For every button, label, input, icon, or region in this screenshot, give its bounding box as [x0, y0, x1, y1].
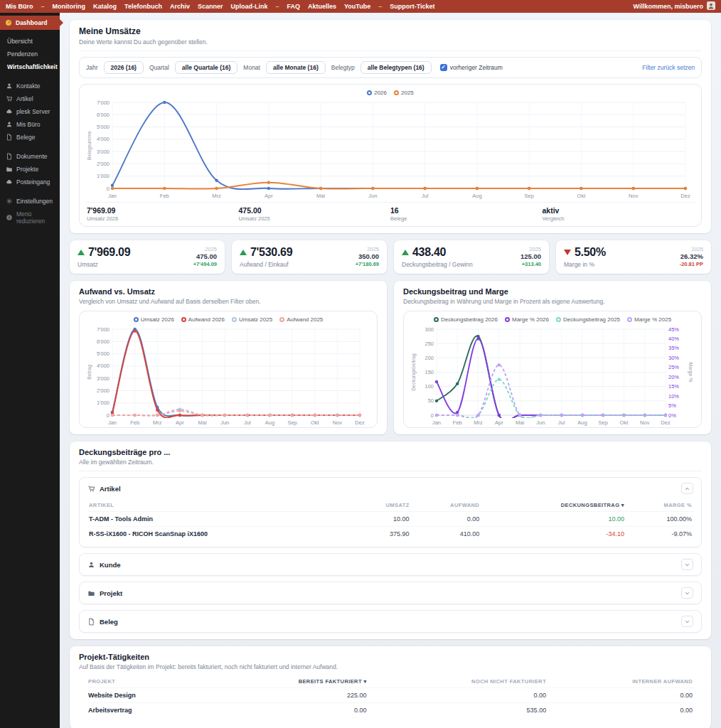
- accordion-toggle-kunde[interactable]: [681, 559, 693, 570]
- topnav-item-mis-büro[interactable]: Mis Büro: [6, 3, 33, 10]
- accordion-header-beleg[interactable]: Beleg: [80, 611, 701, 632]
- svg-text:150: 150: [424, 369, 434, 375]
- sidebar-group: DokumenteProjektePosteingang: [0, 150, 60, 188]
- topnav-item-faq[interactable]: FAQ: [287, 3, 300, 10]
- accordion-header-artikel[interactable]: Artikel: [80, 478, 701, 499]
- previous-period-checkbox[interactable]: ✓: [440, 64, 447, 71]
- previous-period-checkbox-wrap[interactable]: ✓ vorheriger Zeitraum: [440, 64, 503, 71]
- column-header-marge-%[interactable]: MARGE %: [626, 499, 693, 512]
- summary-value: 475.00: [239, 206, 391, 215]
- accordion-section-beleg: Beleg: [79, 610, 702, 633]
- legend-label: Deckungsbeitrag 2025: [563, 316, 620, 323]
- chevron-down-icon: [684, 619, 690, 625]
- topnav-item-aktuelles[interactable]: Aktuelles: [308, 3, 336, 10]
- accordion-header-projekt[interactable]: Projekt: [80, 582, 701, 604]
- column-header-projekt[interactable]: PROJEKT: [87, 675, 203, 688]
- svg-text:10%: 10%: [668, 393, 679, 400]
- legend-item-umsatz-2026[interactable]: Umsatz 2026: [134, 316, 174, 323]
- kpi-card-aufwand-einkauf[interactable]: 7'530.69Aufwand / Einkauf2025350.00+7'18…: [232, 240, 387, 274]
- legend-item-marge-%-2025[interactable]: Marge % 2025: [627, 316, 671, 323]
- accordion-toggle-artikel[interactable]: [681, 483, 693, 494]
- sidebar-item-plesk-server[interactable]: plesk Server: [0, 105, 60, 118]
- accordion-toggle-projekt[interactable]: [681, 587, 693, 599]
- previous-period-label: vorheriger Zeitraum: [450, 64, 503, 71]
- svg-text:Feb: Feb: [160, 193, 169, 199]
- legend-ring: [394, 90, 399, 95]
- sidebar-item-dokumente[interactable]: Dokumente: [0, 150, 60, 163]
- legend-ring: [279, 317, 284, 322]
- divider: [79, 50, 702, 51]
- sidebar-item-label: plesk Server: [16, 108, 50, 115]
- sidebar-item-menü-reduzieren[interactable]: Menü reduzieren: [0, 208, 60, 228]
- column-header-interner-aufwand[interactable]: INTERNER AUFWAND: [548, 675, 694, 688]
- sidebar-item-pendenzen[interactable]: Pendenzen: [0, 48, 60, 60]
- table-cell: Website Design: [87, 688, 203, 703]
- summary-value: 7'969.09: [87, 206, 239, 215]
- sidebar-item-übersicht[interactable]: Übersicht: [0, 35, 60, 48]
- db-marge-subtitle: Deckungsbeitrag in Währung und Marge in …: [403, 298, 702, 305]
- table-row: R-SS-iX1600 - RICOH ScanSnap iX1600375.9…: [87, 527, 693, 542]
- trend-up-icon: [402, 250, 409, 255]
- topnav-item-youtube[interactable]: YouTube: [344, 3, 370, 10]
- sidebar-item-kontakte[interactable]: Kontakte: [0, 80, 60, 92]
- column-header-aufwand[interactable]: AUFWAND: [411, 499, 481, 512]
- sidebar-item-artikel[interactable]: Artikel: [0, 92, 60, 105]
- chevron-up-icon: [684, 486, 690, 492]
- column-header-artikel[interactable]: ARTIKEL: [87, 499, 353, 512]
- topnav-item-upload-link[interactable]: Upload-Link: [230, 3, 267, 10]
- kpi-row: 7'969.09Umsatz2025475.00+7'494.097'530.6…: [70, 240, 711, 274]
- topnav-item-archiv[interactable]: Archiv: [170, 3, 190, 10]
- legend-label: Umsatz 2025: [239, 316, 272, 323]
- sidebar-item-belege[interactable]: Belege: [0, 131, 60, 144]
- filter-label-quartal: Quartal: [149, 64, 169, 71]
- table-cell: 0.00: [203, 703, 368, 718]
- table-cell: T-ADM - Tools Admin: [87, 512, 353, 527]
- column-header-bereits-fakturiert[interactable]: BEREITS FAKTURIERT ▾: [203, 675, 368, 688]
- kpi-card-marge-in-%[interactable]: 5.50%Marge in %202526.32%-20.81 PP: [556, 240, 711, 274]
- kpi-card-umsatz[interactable]: 7'969.09Umsatz2025475.00+7'494.09: [70, 240, 225, 274]
- sidebar-item-projekte[interactable]: Projekte: [0, 163, 60, 176]
- legend-item-2025[interactable]: 2025: [394, 90, 414, 96]
- svg-text:40%: 40%: [668, 336, 679, 342]
- legend-item-deckungsbeitrag-2025[interactable]: Deckungsbeitrag 2025: [556, 316, 620, 323]
- legend-item-aufwand-2026[interactable]: Aufwand 2026: [181, 316, 225, 323]
- filter-select-quartal[interactable]: alle Quartale (16): [175, 61, 238, 74]
- legend-item-2026[interactable]: 2026: [367, 90, 387, 96]
- kpi-card-deckungsbeitrag-gewinn[interactable]: 438.40Deckungsbeitrag / Gewinn2025125.00…: [394, 240, 549, 274]
- table-row: Arbeitsvertrag0.00535.000.00: [87, 703, 694, 718]
- legend-item-deckungsbeitrag-2026[interactable]: Deckungsbeitrag 2026: [434, 316, 498, 323]
- legend-item-umsatz-2025[interactable]: Umsatz 2025: [232, 316, 272, 323]
- sidebar-item-einstellungen[interactable]: Einstellungen: [0, 195, 60, 208]
- column-header-umsatz[interactable]: UMSATZ: [353, 499, 411, 512]
- column-header-deckungsbeitrag[interactable]: DECKUNGSBEITRAG ▾: [481, 499, 626, 512]
- sidebar-item-label: Einstellungen: [16, 198, 53, 205]
- kpi-label: Marge in %: [564, 261, 606, 268]
- user-avatar[interactable]: [707, 1, 715, 11]
- kpi-label: Umsatz: [78, 261, 130, 268]
- filter-select-jahr[interactable]: 2026 (16): [104, 61, 144, 74]
- legend-item-marge-%-2026[interactable]: Marge % 2026: [505, 316, 549, 323]
- filter-select-belegtyp[interactable]: alle Belegtypen (16): [360, 61, 432, 74]
- topnav-item-telefonbuch[interactable]: Telefonbuch: [124, 3, 162, 10]
- sidebar-item-wirtschaftlichkeit[interactable]: Wirtschaftlichkeit: [0, 60, 60, 73]
- legend-item-aufwand-2025[interactable]: Aufwand 2025: [279, 316, 323, 323]
- sidebar-item-label: Dokumente: [16, 153, 47, 160]
- filter-select-monat[interactable]: alle Monate (16): [266, 61, 326, 74]
- sidebar-item-posteingang[interactable]: Posteingang: [0, 176, 60, 188]
- topnav-item-katalog[interactable]: Katalog: [93, 3, 117, 10]
- welcome-area[interactable]: Willkommen, misbuero: [634, 1, 715, 11]
- accordion-header-kunde[interactable]: Kunde: [80, 554, 701, 575]
- legend-label: Aufwand 2025: [287, 316, 323, 323]
- column-header-noch-nicht-fakturiert[interactable]: NOCH NICHT FAKTURIERT: [368, 675, 548, 688]
- table-cell: 375.90: [353, 527, 411, 542]
- accordion-toggle-beleg[interactable]: [681, 616, 693, 627]
- sidebar-item-dashboard[interactable]: Dashboard: [0, 16, 60, 30]
- topnav-item-scanner[interactable]: Scanner: [198, 3, 223, 10]
- sidebar-item-mis-büro[interactable]: Mis Büro: [0, 118, 60, 131]
- topnav-item-support-ticket[interactable]: Support-Ticket: [390, 3, 434, 10]
- projekt-taetigkeiten-card: Projekt-Tätigkeiten Auf Basis der Tätigk…: [70, 646, 711, 728]
- topnav-item-monitoring[interactable]: Monitoring: [53, 3, 86, 10]
- svg-text:20%: 20%: [668, 374, 679, 380]
- filter-reset-link[interactable]: Filter zurück setzen: [642, 64, 695, 71]
- kpi-prev-value: 125.00: [520, 252, 541, 261]
